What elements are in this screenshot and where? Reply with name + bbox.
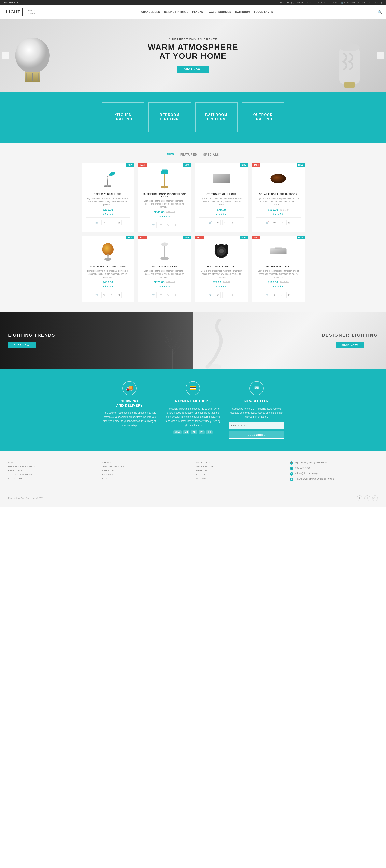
tab-specials[interactable]: SPECIALS (203, 153, 219, 157)
footer-gift[interactable]: GIFT CERTIFICATES (102, 465, 190, 468)
tab-featured[interactable]: FEATURED (180, 153, 197, 157)
compare-button[interactable]: ⊞ (286, 220, 292, 225)
compare-button[interactable]: ⊞ (286, 292, 292, 298)
add-to-cart-button[interactable]: 🛒 (151, 292, 156, 298)
nav-bathroom[interactable]: BATHROOM (235, 10, 250, 13)
quickview-button[interactable]: 👁 (215, 220, 221, 225)
footer-wishlist[interactable]: WISH LIST (196, 469, 284, 472)
wishlist-button[interactable]: ♡ (222, 292, 228, 298)
category-bathroom[interactable]: BATHROOMLIGHTING (195, 102, 238, 132)
quickview-button[interactable]: 👁 (158, 292, 164, 298)
product-name: PHOBOS WALL LIGHT (256, 266, 301, 268)
banner-designer-cta[interactable]: SHOP NOW! (336, 342, 364, 348)
category-bedroom[interactable]: BEDROOMLIGHTING (148, 102, 191, 132)
footer-orders[interactable]: ORDER HISTORY (196, 465, 284, 468)
wishlist-link[interactable]: WISH LIST (0) (280, 1, 294, 4)
quickview-button[interactable]: 👁 (215, 292, 221, 298)
product-name: PLYMOUTH DOWNLIGHT (199, 266, 244, 268)
footer-address: 📍 My Company Glasgow G56 8NB (290, 461, 378, 465)
product-desc: Light is one of the most important eleme… (142, 199, 187, 209)
wishlist-button[interactable]: ♡ (166, 292, 171, 298)
quickview-button[interactable]: 👁 (158, 222, 164, 228)
hero-section: ‹ (0, 19, 386, 92)
badge-new: NEW (240, 236, 248, 239)
wishlist-button[interactable]: ♡ (222, 220, 228, 225)
footer-about[interactable]: ABOUT (8, 461, 96, 464)
compare-button[interactable]: ⊞ (173, 222, 178, 228)
search-button[interactable]: 🔍 (378, 10, 382, 14)
facebook-icon[interactable]: f (357, 495, 362, 501)
wishlist-button[interactable]: ♡ (279, 220, 285, 225)
footer-affiliates[interactable]: AFFILIATES (102, 469, 190, 472)
quickview-button[interactable]: 👁 (272, 220, 278, 225)
nav-pendant[interactable]: PENDANT (192, 10, 205, 13)
compare-button[interactable]: ⊞ (173, 292, 178, 298)
footer-sitemap[interactable]: SITE MAP (196, 473, 284, 476)
footer-col-contact: 📍 My Company Glasgow G56 8NB 📞 800-2345-… (290, 461, 378, 483)
tab-new[interactable]: NEW (167, 153, 174, 157)
cart-link[interactable]: 🛒 SHOPPING CART: 0 (341, 1, 365, 4)
wishlist-button[interactable]: ♡ (279, 292, 285, 298)
nav-wall[interactable]: WALL / SCONCES (209, 10, 231, 13)
product-card: SALE NEW SOLAR FLOOR LIGHT OUTDOOR Light… (252, 163, 305, 232)
footer-blog[interactable]: BLOG (102, 477, 190, 480)
googleplus-icon[interactable]: G+ (372, 495, 378, 501)
hero-bulb-left (12, 35, 55, 92)
visa-icon: VISA (173, 430, 181, 434)
language-select[interactable]: ENGLISH (368, 1, 378, 4)
copyright: Powered by OpenCart Light © 2019 (8, 497, 43, 499)
hero-subtitle: A PERFECT WAY TO CREATE (148, 38, 238, 41)
compare-button[interactable]: ⊞ (116, 292, 122, 298)
banner-trends-cta[interactable]: SHOP NOW! (8, 342, 36, 348)
svg-line-37 (173, 331, 182, 350)
hero-prev-button[interactable]: ‹ (2, 52, 8, 59)
footer-privacy[interactable]: PRIVACY POLICY (8, 469, 96, 472)
footer-terms[interactable]: TERMS & CONDITIONS (8, 473, 96, 476)
compare-button[interactable]: ⊞ (116, 220, 122, 225)
compare-button[interactable]: ⊞ (230, 220, 235, 225)
footer-brands[interactable]: BRANDS (102, 461, 190, 464)
add-to-cart-button[interactable]: 🛒 (208, 292, 213, 298)
footer-contact[interactable]: CONTACT US (8, 477, 96, 480)
add-to-cart-button[interactable]: 🛒 (151, 222, 156, 228)
add-to-cart-button[interactable]: 🛒 (208, 220, 213, 225)
social-icons: f t G+ (357, 495, 378, 501)
add-to-cart-button[interactable]: 🛒 (265, 220, 270, 225)
wishlist-button[interactable]: ♡ (166, 222, 171, 228)
logo[interactable]: LIGHT LIGHTING &ELECTRICITY (4, 8, 36, 16)
product-rating: ★★★★★ (199, 213, 244, 215)
hero-content: A PERFECT WAY TO CREATE WARM ATMOSPHERE … (148, 38, 238, 73)
wishlist-button[interactable]: ♡ (109, 292, 114, 298)
quickview-button[interactable]: 👁 (272, 292, 278, 298)
svg-point-15 (161, 185, 168, 188)
nav-ceiling[interactable]: CEILING FIXTURES (164, 10, 188, 13)
category-kitchen[interactable]: KITCHENLIGHTING (102, 102, 144, 132)
features-grid: 🚚 SHIPPINGAND DELIVERY Here you can read… (102, 381, 284, 439)
compare-button[interactable]: ⊞ (230, 292, 235, 298)
account-link[interactable]: MY ACCOUNT (297, 1, 312, 4)
quickview-button[interactable]: 👁 (101, 292, 107, 298)
wishlist-button[interactable]: ♡ (109, 220, 114, 225)
svg-point-0 (15, 37, 50, 73)
newsletter-email-input[interactable] (229, 422, 284, 429)
add-to-cart-button[interactable]: 🛒 (94, 220, 100, 225)
checkout-link[interactable]: CHECKOUT (315, 1, 327, 4)
footer-my-account[interactable]: MY ACCOUNT (196, 461, 284, 464)
hero-shop-button[interactable]: SHOP NOW! (177, 66, 209, 73)
add-to-cart-button[interactable]: 🛒 (265, 292, 270, 298)
footer-returns[interactable]: RETURNS (196, 477, 284, 480)
footer-delivery[interactable]: DELIVERY INFORMATION (8, 465, 96, 468)
nav-floor[interactable]: FLOOR LAMPS (254, 10, 273, 13)
quickview-button[interactable]: 👁 (101, 220, 107, 225)
category-outdoor[interactable]: OUTDOORLIGHTING (242, 102, 284, 132)
nav-chandeliers[interactable]: CHANDELIERS (141, 10, 160, 13)
currency-select[interactable]: $ (381, 1, 382, 4)
add-to-cart-button[interactable]: 🛒 (94, 292, 100, 298)
hero-next-button[interactable]: › (378, 52, 384, 59)
shipping-icon: 🚚 (122, 381, 137, 395)
login-link[interactable]: LOGIN (330, 1, 337, 4)
twitter-icon[interactable]: t (364, 495, 370, 501)
product-image (256, 167, 301, 190)
subscribe-button[interactable]: SUBSCRIBE (229, 431, 284, 439)
footer-specials[interactable]: SPECIALS (102, 473, 190, 476)
